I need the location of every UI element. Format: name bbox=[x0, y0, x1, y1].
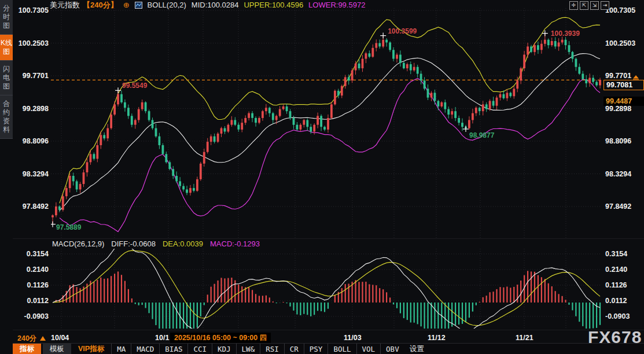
macd-header: MACD(26,12,9) DIFF:-0.0608 DEA:0.0039 MA… bbox=[52, 239, 260, 248]
sidebar-tab-4[interactable]: 合约资料 bbox=[0, 95, 13, 139]
date-label: 10/1 bbox=[155, 334, 169, 342]
axis-tick-label: 0.1126 bbox=[605, 281, 627, 289]
panel-divider bbox=[13, 238, 644, 239]
period-tag: 【240分】 bbox=[83, 0, 118, 10]
axis-tick-label: 100.2503 bbox=[605, 39, 635, 47]
axis-tick-label: 98.3294 bbox=[16, 170, 49, 178]
price-marker-icon bbox=[633, 75, 639, 79]
date-label: 11/21 bbox=[516, 334, 533, 342]
axis-tick-label: 100.7305 bbox=[16, 6, 49, 14]
toolbar-item-OBV[interactable]: OBV bbox=[380, 344, 404, 354]
date-label: 10/04 bbox=[51, 334, 69, 342]
toolbar-item-RSI[interactable]: RSI bbox=[260, 344, 284, 354]
macd-diff-readout: DIFF:-0.0608 bbox=[111, 239, 156, 248]
macd-title: MACD(26,12,9) bbox=[52, 239, 104, 248]
extreme-value-label: 97.5889 bbox=[56, 223, 82, 231]
sidebar-tab-1[interactable]: 分时图 bbox=[0, 0, 13, 35]
add-indicator-icon[interactable]: ⊕ bbox=[123, 1, 130, 9]
axis-tick-label: 0.1126 bbox=[16, 281, 49, 289]
date-label: 11/12 bbox=[428, 334, 446, 342]
macd-chart-canvas[interactable] bbox=[51, 249, 602, 329]
axis-tick-label: 98.8096 bbox=[605, 137, 631, 145]
current-price-tag: 99.7081 bbox=[603, 80, 644, 90]
axis-tick-label: 0.3154 bbox=[16, 250, 49, 258]
period-dropdown-icon bbox=[40, 336, 46, 341]
macd-hist-readout: MACD:-0.1293 bbox=[210, 239, 260, 248]
toolbar-item-模板[interactable]: 模板 bbox=[43, 344, 71, 354]
extreme-value-label: 100.3599 bbox=[388, 27, 417, 35]
axis-tick-label: 0.0112 bbox=[605, 297, 627, 305]
window-tool-icons: ✛⇱⇲⇥ bbox=[569, 1, 609, 10]
boll-label: BOLL(20,2) bbox=[148, 1, 186, 9]
toolbar-item-KDJ[interactable]: KDJ bbox=[212, 344, 236, 354]
indicator-chart-icon bbox=[135, 2, 142, 9]
boll-mid-readout: MID:100.0284 bbox=[192, 1, 239, 9]
time-axis: 240分 10/0410/12411/0311/1211/21 2025/10/… bbox=[0, 333, 644, 343]
boll-upper-readout: UPPER:100.4596 bbox=[244, 1, 303, 9]
axis-tick-label: 0.0112 bbox=[16, 297, 49, 305]
date-label: 11/03 bbox=[344, 334, 362, 342]
panel-divider bbox=[13, 330, 644, 330]
toolbar-item-CCI[interactable]: CCI bbox=[187, 344, 212, 354]
axis-tick-label: 97.8492 bbox=[605, 202, 631, 211]
extreme-value-label: 98.9877 bbox=[469, 131, 495, 139]
bar-time-tooltip: 2025/10/16 05:00 ~ 09:00 四 bbox=[170, 333, 271, 343]
toolbar-item-指标[interactable]: 指标 bbox=[13, 344, 41, 354]
axis-tick-label: 0.2140 bbox=[605, 266, 627, 274]
axis-tick-label: 98.3294 bbox=[605, 170, 631, 178]
symbol-title: 美元指数 bbox=[50, 0, 80, 10]
axis-tick-label: 0.3154 bbox=[605, 250, 627, 258]
axis-tick-label: 99.7701 bbox=[605, 72, 631, 80]
toolbar-item-CR[interactable]: CR bbox=[284, 344, 304, 354]
watermark: FX678 bbox=[588, 327, 642, 347]
toolbar-item-BOLL[interactable]: BOLL bbox=[327, 344, 356, 354]
toolbar-item-VOL[interactable]: VOL bbox=[356, 344, 381, 354]
axis-tick-label: 99.2898 bbox=[16, 105, 49, 113]
reset-view-icon[interactable]: ⇥ bbox=[601, 1, 609, 10]
axis-tick-label: -0.0903 bbox=[605, 312, 630, 320]
main-chart-canvas[interactable]: 97.588999.5549100.359998.9877100.3939 bbox=[51, 8, 602, 238]
axis-tick-label: 0.2140 bbox=[16, 266, 49, 274]
zoom-x-in-icon[interactable]: ⇱ bbox=[580, 1, 588, 10]
macd-dea-readout: DEA:0.0039 bbox=[163, 239, 203, 248]
toolbar-item-设置[interactable]: 设置 bbox=[404, 344, 429, 354]
extreme-value-label: 99.5549 bbox=[122, 82, 148, 90]
extreme-value-label: 100.3939 bbox=[551, 30, 580, 38]
axis-tick-label: 99.7701 bbox=[16, 72, 49, 80]
sidebar-tab-3[interactable]: 闪电图 bbox=[0, 61, 13, 95]
toolbar-item-VIP指标[interactable]: VIP指标 bbox=[71, 344, 111, 354]
toolbar-item-PSY[interactable]: PSY bbox=[304, 344, 328, 354]
crosshair-tool-icon[interactable]: ✛ bbox=[569, 1, 578, 10]
toolbar-item-MA[interactable]: MA bbox=[111, 344, 131, 354]
axis-tick-label: 97.8492 bbox=[16, 202, 49, 211]
toolbar-item-LW&[interactable]: LW& bbox=[236, 344, 260, 354]
axis-tick-label: 98.8096 bbox=[16, 137, 49, 145]
toolbar-item-MACD[interactable]: MACD bbox=[131, 344, 159, 354]
chart-header: 美元指数 【240分】 ⊕ BOLL(20,2) MID:100.0284 UP… bbox=[50, 1, 365, 9]
period-selector[interactable]: 240分 bbox=[17, 334, 46, 344]
axis-tick-label: 100.7305 bbox=[605, 6, 635, 14]
secondary-price-tag: 99.4487 bbox=[603, 97, 644, 106]
axis-tick-label: -0.0903 bbox=[16, 312, 49, 320]
left-tab-bar: 分时图K线图闪电图合约资料 bbox=[0, 0, 13, 354]
boll-lower-readout: LOWER:99.5972 bbox=[308, 1, 365, 9]
chart-window: 分时图K线图闪电图合约资料 美元指数 【240分】 ⊕ BOLL(20,2) M… bbox=[0, 0, 644, 354]
period-label: 240分 bbox=[17, 334, 36, 342]
axis-tick-label: 100.2503 bbox=[16, 39, 49, 47]
zoom-x-out-icon[interactable]: ⇲ bbox=[590, 1, 599, 10]
toolbar-item-BIAS[interactable]: BIAS bbox=[159, 344, 187, 354]
indicator-toolbar: 指标模板VIP指标MAMACDBIASCCIKDJLW&RSICRPSYBOLL… bbox=[13, 343, 644, 354]
sidebar-tab-2[interactable]: K线图 bbox=[0, 35, 13, 61]
